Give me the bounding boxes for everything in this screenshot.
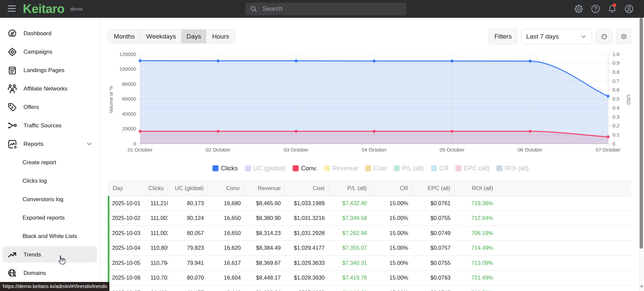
svg-text:120000: 120000 [119,51,136,57]
svg-text:20000: 20000 [122,126,136,131]
svg-text:0.5: 0.5 [612,96,620,102]
svg-text:07 October: 07 October [596,147,621,153]
svg-text:05 October: 05 October [440,147,464,153]
svg-text:0: 0 [612,141,615,147]
svg-text:03 October: 03 October [284,147,308,153]
svg-text:60000: 60000 [122,96,136,102]
svg-text:01 October: 01 October [128,147,152,153]
svg-text:100000: 100000 [119,66,136,72]
svg-text:0.1: 0.1 [612,132,620,137]
svg-text:02 October: 02 October [206,147,231,153]
svg-text:$: $ [11,105,14,109]
svg-text:0: 0 [133,141,136,147]
svg-text:0.4: 0.4 [612,105,620,111]
svg-text:04 October: 04 October [362,147,387,153]
svg-text:0.7: 0.7 [612,78,620,84]
svg-text:0.8: 0.8 [612,69,620,75]
svg-text:40000: 40000 [122,111,136,117]
svg-text:80000: 80000 [122,81,136,87]
svg-text:0.2: 0.2 [612,123,620,128]
svg-text:1.0: 1.0 [612,51,620,57]
svg-text:USD: USD [626,95,631,105]
svg-text:0.9: 0.9 [612,60,620,66]
svg-text:Volume or %: Volume or % [108,86,114,113]
svg-text:0.3: 0.3 [612,114,620,120]
svg-text:06 October: 06 October [517,147,542,153]
svg-text:0.6: 0.6 [612,87,620,93]
